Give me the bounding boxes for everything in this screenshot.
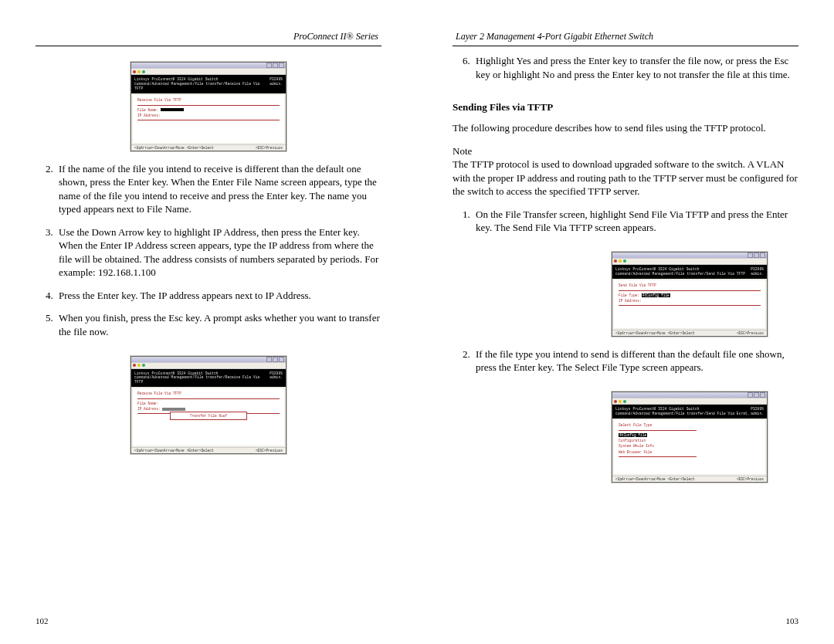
header-right: Layer 2 Management 4-Port Gigabit Ethern… <box>453 31 798 42</box>
menu-item: Configuration <box>619 438 697 443</box>
window-toolbar <box>612 398 767 405</box>
header-right-2: admin. <box>270 375 283 385</box>
breadcrumb: command/Advanced Management/File transfe… <box>134 82 270 91</box>
field-file-name-label: File Name: <box>137 402 158 405</box>
header-left: ProConnect II® Series <box>36 31 381 42</box>
instruction-item: Press the Enter key. The IP address appe… <box>56 289 381 303</box>
menu-item: System Whole Info <box>619 443 697 449</box>
figure-select-file-type: Linksys ProConnectⅡ 3324 Gigabit SwitchP… <box>453 391 798 483</box>
window: Linksys ProConnectⅡ 3324 Gigabit SwitchP… <box>131 356 286 455</box>
note-body: The TFTP protocol is used to download up… <box>453 158 798 197</box>
field-file-type-value: 4tConfig file <box>642 293 670 297</box>
window-toolbar <box>612 258 767 265</box>
instruction-item: Use the Down Arrow key to highlight IP A… <box>56 225 381 280</box>
menu-item-selected: 4tConfig file <box>619 433 647 437</box>
field-ip-address-label: IP Address: <box>137 114 161 117</box>
field-file-name-label: File Name: <box>137 108 158 112</box>
page-number: 103 <box>786 616 799 625</box>
status-right: <ESC>Previous <box>737 477 764 481</box>
intro-paragraph: The following procedure describes how to… <box>453 121 798 135</box>
header-rule <box>36 46 381 46</box>
note-label: Note <box>453 145 472 157</box>
header-right-2: admin. <box>751 412 764 416</box>
header-right-2: admin. <box>751 272 764 276</box>
instruction-item: Highlight Yes and press the Enter key to… <box>473 54 798 81</box>
window-titlebar <box>612 392 767 398</box>
page-left: ProConnect II® Series Linksys ProConnect… <box>0 0 417 644</box>
window: Linksys ProConnectⅡ 3324 Gigabit SwitchP… <box>131 62 286 151</box>
window-toolbar <box>131 68 286 75</box>
window-header-dark: Linksys ProConnectⅡ 3324 Gigabit SwitchP… <box>612 405 767 419</box>
window-toolbar <box>131 362 286 369</box>
window-content: Send File Via TFTP File Type: 4tConfig f… <box>614 280 765 328</box>
instruction-list-left: If the name of the file you intend to re… <box>36 162 381 348</box>
content-heading: Receive File Via TFTP <box>137 391 280 395</box>
status-left: <UpArrow><DownArrow>Move <Enter>Select <box>134 449 214 452</box>
status-right: <ESC>Previous <box>737 331 764 335</box>
menu-item: Web Browser File <box>619 449 697 455</box>
transfer-dialog: Transfer File Now? <box>170 412 247 420</box>
content-heading: Select File Type <box>619 423 761 427</box>
breadcrumb: command/Advanced Management/File transfe… <box>615 272 745 276</box>
instruction-item: On the File Transfer screen, highlight S… <box>473 208 798 235</box>
instruction-list-after-fig3: If the file type you intend to send is d… <box>453 347 798 384</box>
figure-receive-tftp-2: Linksys ProConnectⅡ 3324 Gigabit SwitchP… <box>36 356 381 455</box>
status-right: <ESC>Previous <box>256 449 283 452</box>
window-titlebar <box>131 357 286 362</box>
status-bar: <UpArrow><DownArrow>Move <Enter>Select <… <box>612 476 767 482</box>
status-left: <UpArrow><DownArrow>Move <Enter>Select <box>134 146 214 150</box>
window-header-dark: Linksys ProConnectⅡ 3324 Gigabit SwitchP… <box>131 75 286 93</box>
breadcrumb: command/Advanced Management/File transfe… <box>615 412 750 416</box>
window: Linksys ProConnectⅡ 3324 Gigabit SwitchP… <box>612 391 768 483</box>
instruction-item: If the file type you intend to send is d… <box>473 347 798 375</box>
instruction-list-top: Highlight Yes and press the Enter key to… <box>453 54 798 90</box>
page-right: Layer 2 Management 4-Port Gigabit Ethern… <box>417 0 834 644</box>
field-ip-address-label: IP Address: <box>619 299 642 303</box>
field-ip-address-label: IP Address: <box>137 407 161 411</box>
window-titlebar <box>131 63 286 68</box>
breadcrumb: command/Advanced Management/File transfe… <box>134 375 270 385</box>
figure-receive-tftp-1: Linksys ProConnectⅡ 3324 Gigabit SwitchP… <box>36 62 381 151</box>
figure-send-tftp: Linksys ProConnectⅡ 3324 Gigabit SwitchP… <box>453 252 798 337</box>
window-content: Receive File Via TFTP File Name: IP Addr… <box>133 95 284 143</box>
window-header-dark: Linksys ProConnectⅡ 3324 Gigabit SwitchP… <box>612 265 767 279</box>
window-header-dark: Linksys ProConnectⅡ 3324 Gigabit SwitchP… <box>131 369 286 388</box>
status-bar: <UpArrow><DownArrow>Move <Enter>Select <… <box>612 330 767 336</box>
window-content: Select File Type 4tConfig file Configura… <box>614 420 765 474</box>
field-file-name-value <box>161 108 184 111</box>
window-content: Receive File Via TFTP File Name: IP Addr… <box>133 388 284 446</box>
content-heading: Send File Via TFTP <box>619 283 761 287</box>
window-titlebar <box>612 253 767 258</box>
status-left: <UpArrow><DownArrow>Move <Enter>Select <box>615 331 695 335</box>
instruction-list-mid: On the File Transfer screen, highlight S… <box>453 208 798 244</box>
status-bar: <UpArrow><DownArrow>Move <Enter>Select <… <box>131 144 286 151</box>
instruction-item: If the name of the file you intend to re… <box>56 162 381 216</box>
section-title: Sending Files via TFTP <box>453 101 798 114</box>
instruction-item: When you finish, press the Esc key. A pr… <box>56 311 381 338</box>
status-bar: <UpArrow><DownArrow>Move <Enter>Select <… <box>131 447 286 453</box>
content-heading: Receive File Via TFTP <box>137 98 280 102</box>
header-right-2: admin. <box>270 82 283 91</box>
header-rule <box>453 46 798 46</box>
status-right: <ESC>Previous <box>256 146 283 150</box>
window: Linksys ProConnectⅡ 3324 Gigabit SwitchP… <box>612 252 768 337</box>
page-number: 102 <box>36 616 49 625</box>
field-ip-address-value <box>162 408 185 411</box>
note-block: Note The TFTP protocol is used to downlo… <box>453 144 798 198</box>
status-left: <UpArrow><DownArrow>Move <Enter>Select <box>615 477 695 481</box>
field-file-type-label: File Type: <box>619 293 639 297</box>
